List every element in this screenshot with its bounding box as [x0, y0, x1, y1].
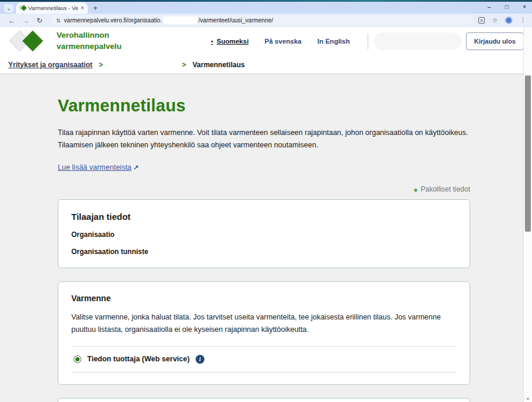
tab-search-button[interactable]: ⌄ [4, 4, 14, 12]
page-scrollbar[interactable]: ▾ [523, 27, 532, 402]
tab-close-icon[interactable]: × [81, 5, 84, 11]
lang-link-finnish[interactable]: •Suomeksi [211, 38, 249, 45]
toolbar-icons: A ☆ ⋮ [478, 17, 526, 24]
logout-button[interactable]: Kirjaudu ulos [466, 32, 524, 50]
service-header: Verohallinnon varmennepalvelu •Suomeksi … [0, 27, 532, 55]
certificate-card-description: Valitse varmenne, jonka haluat tilata. J… [71, 311, 457, 335]
lang-link-english[interactable]: In English [318, 38, 350, 45]
page-title: Varmennetilaus [58, 96, 470, 116]
certificate-card: Varmenne Valitse varmenne, jonka haluat … [58, 281, 470, 384]
window-close-icon[interactable]: × [523, 4, 526, 10]
bookmark-star-icon[interactable]: ☆ [492, 17, 498, 24]
scrollbar-down-arrow[interactable]: ▾ [524, 397, 532, 401]
chevron-right-icon: > [182, 61, 186, 69]
certificate-description-card: Varmenteen kuvaus i Voit antaa varmentee… [58, 398, 470, 402]
site-info-icon[interactable]: ⇅ [56, 18, 60, 24]
page-intro: Tilaa rajapinnan käyttöä varten varmenne… [58, 127, 470, 151]
lang-link-swedish[interactable]: På svenska [265, 38, 302, 45]
new-tab-button[interactable]: + [93, 4, 98, 12]
site-favicon-icon [19, 5, 26, 11]
subscriber-info-card: Tilaajan tiedot Organisaatio Organisaati… [58, 199, 470, 268]
info-icon[interactable]: i [196, 355, 204, 364]
language-nav: •Suomeksi På svenska In English [211, 38, 349, 45]
url-redaction [163, 17, 197, 24]
active-lang-bullet-icon: • [211, 38, 213, 45]
radio-selected[interactable] [74, 355, 81, 363]
address-bar[interactable]: ⇅ varmennepalvelu.vero.fi/organisaatio. … [51, 15, 474, 25]
subscriber-card-title: Tilaajan tiedot [71, 212, 457, 222]
url-text-right: /varmenteet/uusi_varmenne/ [199, 17, 273, 24]
browser-toolbar: ← → ↻ ⇅ varmennepalvelu.vero.fi/organisa… [0, 14, 532, 27]
back-icon[interactable]: ← [8, 17, 15, 24]
external-link-icon: ↗ [133, 164, 138, 171]
browser-menu-icon[interactable]: ⋮ [520, 17, 526, 24]
tab-title: Varmennetilaus - Verohallinnon [28, 5, 78, 11]
logo-green-diamond [22, 31, 43, 51]
window-controls: – □ × [488, 4, 526, 10]
breadcrumb: Yritykset ja organisaatiot > > Varmennet… [0, 55, 532, 74]
username-redaction [374, 32, 461, 50]
service-title: Verohallinnon varmennepalvelu [57, 30, 121, 52]
service-title-line1: Verohallinnon [57, 30, 121, 41]
minimize-icon[interactable]: – [488, 4, 491, 10]
forward-icon: → [22, 17, 29, 24]
browser-tab[interactable]: Varmennetilaus - Verohallinnon × [16, 2, 88, 14]
certificate-card-title: Varmenne [71, 294, 457, 303]
scrollbar-thumb[interactable] [525, 75, 531, 232]
maximize-icon[interactable]: □ [505, 4, 508, 10]
vero-logo [9, 29, 47, 54]
required-fields-note: ◆Pakolliset tiedot [58, 185, 470, 193]
read-more-link[interactable]: Lue lisää varmenteista [58, 163, 131, 172]
profile-avatar[interactable] [505, 17, 513, 24]
organisation-id-label: Organisaation tunniste [71, 248, 457, 256]
chevron-down-icon: ⌄ [6, 6, 11, 11]
certificate-option-row[interactable]: Tiedon tuottaja (Web service) i [71, 347, 457, 372]
chevron-right-icon: > [99, 61, 103, 69]
url-text-left: varmennepalvelu.vero.fi/organisaatio. [64, 17, 162, 24]
service-title-line2: varmennepalvelu [57, 41, 121, 52]
reload-icon[interactable]: ↻ [37, 17, 42, 24]
browser-tabstrip: ⌄ Varmennetilaus - Verohallinnon × + – □… [0, 2, 532, 14]
organisation-label: Organisaatio [71, 230, 457, 239]
breadcrumb-current: Varmennetilaus [193, 61, 245, 69]
required-diamond-icon: ◆ [414, 187, 418, 193]
header-divider [368, 34, 368, 50]
page-main: Varmennetilaus Tilaa rajapinnan käyttöä … [0, 74, 532, 402]
translate-icon[interactable]: A [478, 17, 485, 24]
certificate-option-label: Tiedon tuottaja (Web service) [87, 355, 190, 363]
divider [71, 372, 457, 373]
breadcrumb-home-link[interactable]: Yritykset ja organisaatiot [8, 61, 92, 69]
